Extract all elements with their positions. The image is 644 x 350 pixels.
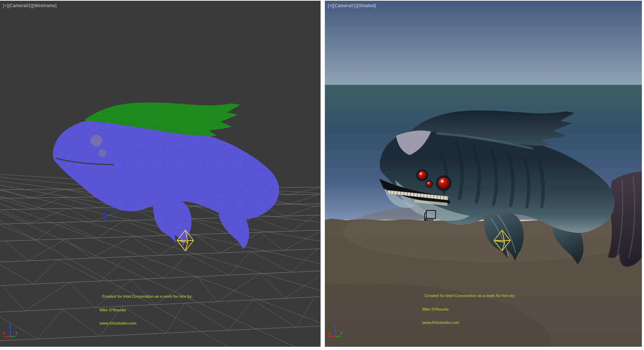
credit-line-3: www.fritzstudio.com [99,321,193,326]
fish-tail-fin[interactable] [608,171,642,267]
fish-eye-socket-large [91,135,102,146]
viewport-shaded[interactable]: [+][Camera01][Shaded] Created for Intel … [325,1,642,347]
y-axis-line [10,336,16,337]
axis-tripod-gizmo: X Y Z [2,324,20,342]
x-axis-label: X [327,331,330,336]
y-axis-label: Y [340,331,343,336]
credit-line-2: Mike O'Rourke [99,308,193,312]
wireframe-stipple-texture [53,119,279,249]
y-axis-label: Y [15,331,18,336]
z-axis-label: Z [334,324,336,329]
scene-credit-text: Created for Intel Corporation as a work … [422,285,516,334]
y-axis-line [335,336,341,337]
dual-viewport-window: [+][Camera01][Wireframe] [0,0,644,350]
scene-credit-text: Created for Intel Corporation as a work … [99,285,193,335]
viewport-divider[interactable] [321,0,325,350]
axis-tripod-gizmo: X Y Z [327,324,345,342]
credit-line-3: www.fritzstudio.com [422,320,516,325]
viewport-label-wireframe[interactable]: [+][Camera01][Wireframe] [3,3,57,8]
viewport-wireframe[interactable]: [+][Camera01][Wireframe] [0,1,321,347]
dummy-box-helper[interactable] [104,210,115,219]
fish-eye-socket-small [98,149,106,157]
x-axis-label: X [3,331,5,336]
credit-line-1: Created for Intel Corporation as a work … [99,294,193,299]
fish-model-wireframe[interactable] [53,103,279,249]
z-axis-label: Z [9,324,11,329]
viewport-label-shaded[interactable]: [+][Camera01][Shaded] [328,3,376,8]
credit-line-2: Mike O'Rourke [422,307,516,312]
credit-line-1: Created for Intel Corporation as a work … [422,293,516,298]
sky-backdrop [325,1,642,85]
